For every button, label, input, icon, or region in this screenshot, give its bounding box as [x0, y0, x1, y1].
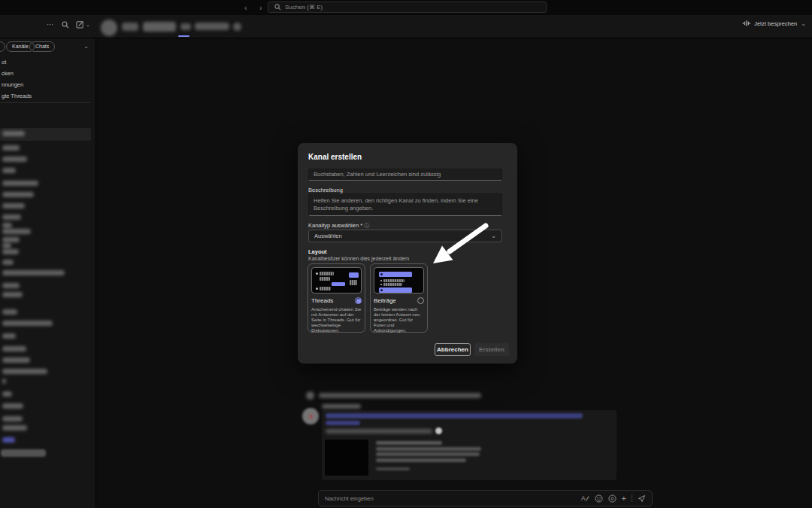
attach-plus-icon[interactable]: +: [622, 494, 626, 503]
dialog-title: Kanal erstellen: [308, 153, 362, 161]
format-icon[interactable]: A: [581, 494, 589, 503]
description-label: Beschreibung: [308, 187, 343, 193]
emoji-blob: [435, 427, 442, 434]
message-text-blob: [326, 429, 432, 433]
option-label: Beiträge: [374, 297, 396, 304]
sticker-icon[interactable]: [608, 494, 617, 503]
channel-name-placeholder: Buchstaben, Zahlen und Leerzeichen sind …: [314, 171, 441, 178]
layout-sublabel: Kanalbesitzer können dies jederzeit ände…: [308, 256, 409, 261]
layout-option-threads[interactable]: Threads Anscheinend chatten Sie mit Antw…: [308, 263, 365, 333]
create-channel-dialog: Kanal erstellen Buchstaben, Zahlen und L…: [298, 143, 517, 364]
chevron-down-icon: ⌄: [491, 233, 496, 239]
message-author-blob: [322, 404, 361, 409]
message-link-line[interactable]: [326, 421, 360, 425]
composer-divider: [632, 494, 632, 502]
select-value: Auswählen: [314, 233, 491, 239]
emoji-icon[interactable]: [595, 494, 603, 503]
message-link-line[interactable]: [326, 413, 583, 418]
link-preview-footer-blob: [376, 467, 410, 470]
channel-name-input[interactable]: Buchstaben, Zahlen und Leerzeichen sind …: [308, 169, 502, 181]
send-icon[interactable]: [638, 494, 646, 503]
system-message-icon: [306, 391, 314, 400]
composer-placeholder: Nachricht eingeben: [325, 495, 581, 502]
create-button[interactable]: Erstellen: [474, 343, 509, 356]
link-preview-text-blob: [376, 447, 481, 451]
option-label: Threads: [311, 297, 333, 304]
link-preview-text-blob: [376, 458, 466, 462]
layout-option-posts[interactable]: Beiträge Beiträge werden nach der letzte…: [370, 263, 428, 333]
app-window: ‹ › Suchen (⌘ E) ⋯ ⌄: [0, 0, 812, 508]
message-avatar-accent: [309, 415, 313, 418]
description-textarea[interactable]: Helfen Sie anderen, den richtigen Kanal …: [308, 193, 502, 216]
option-description: Beiträge werden nach der letzten Antwort…: [374, 307, 424, 333]
link-preview-text-blob: [376, 452, 480, 456]
radio-selected-icon[interactable]: [355, 297, 362, 304]
message-composer[interactable]: Nachricht eingeben A +: [318, 490, 653, 506]
radio-unselected-icon[interactable]: [417, 297, 424, 304]
threads-layout-preview: [311, 267, 362, 294]
cancel-button[interactable]: Abbrechen: [435, 343, 471, 356]
info-icon[interactable]: ⓘ: [364, 223, 369, 228]
layout-label: Layout: [308, 248, 327, 255]
svg-text:A: A: [581, 495, 586, 502]
channel-type-select[interactable]: Auswählen ⌄: [308, 230, 502, 242]
description-placeholder: Helfen Sie anderen, den richtigen Kanal …: [314, 197, 478, 211]
channel-type-label: Kanaltyp auswählen * ⓘ: [308, 222, 369, 230]
system-message-text: [319, 393, 481, 398]
option-description: Anscheinend chatten Sie mit Antworten au…: [311, 307, 362, 333]
link-preview-title-blob: [376, 441, 442, 445]
posts-layout-preview: [374, 267, 424, 294]
